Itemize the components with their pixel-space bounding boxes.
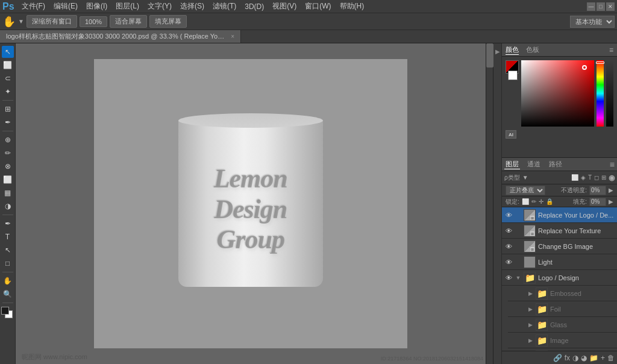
layer-item[interactable]: ▶ 📁 Foil — [508, 301, 617, 317]
filter-pixel-icon[interactable]: ⬜ — [571, 174, 578, 181]
foreground-color-swatch[interactable] — [1, 307, 9, 315]
dodge-tool[interactable]: ◑ — [2, 200, 14, 212]
filter-adjust-icon[interactable]: ◈ — [581, 174, 586, 181]
layer-expand-toggle[interactable]: ▶ — [527, 306, 533, 312]
zoom-level-button[interactable]: 100% — [80, 16, 107, 27]
layer-mask-button[interactable]: ◑ — [572, 354, 578, 362]
lock-pixels-icon[interactable]: ✏ — [531, 198, 536, 205]
filter-type-icon[interactable]: ▼ — [522, 174, 528, 181]
filter-type-t-icon[interactable]: T — [588, 174, 592, 181]
layer-item[interactable]: 👁 ⊞ Replace Your Texture — [502, 223, 617, 239]
menu-help[interactable]: 帮助(H) — [336, 0, 368, 13]
lock-position-icon[interactable]: ✛ — [539, 198, 543, 205]
menu-edit[interactable]: 编辑(E) — [50, 0, 81, 13]
opacity-arrow-icon[interactable]: ▶ — [609, 187, 613, 193]
layer-visibility-eye[interactable] — [516, 321, 525, 329]
minimize-button[interactable]: — — [587, 2, 595, 11]
filter-shape-icon[interactable]: ◻ — [594, 174, 599, 181]
layer-item[interactable]: ▶ 📁 Embossed — [508, 286, 617, 301]
eraser-tool[interactable]: ⬜ — [2, 174, 14, 186]
fill-input[interactable] — [589, 198, 606, 206]
layer-item[interactable]: 👁 Light — [502, 254, 617, 270]
menu-filter[interactable]: 滤镜(T) — [209, 0, 240, 13]
layer-visibility-eye[interactable] — [516, 336, 525, 345]
layer-link-button[interactable]: 🔗 — [553, 354, 562, 362]
layer-expand-toggle[interactable]: ▶ — [527, 290, 533, 297]
fill-screen-button[interactable]: 填充屏幕 — [149, 15, 187, 28]
layer-visibility-eye[interactable]: 👁 — [504, 242, 513, 251]
channels-tab[interactable]: 通道 — [526, 160, 542, 169]
bg-color-swatch-small[interactable] — [508, 71, 518, 80]
fit-screen-button[interactable]: 适合屏幕 — [110, 15, 147, 28]
hand-tool[interactable]: ✋ — [2, 275, 14, 287]
layer-item[interactable]: ▶ 📁 Metal — [508, 348, 617, 351]
layer-item[interactable]: 👁 ⊞ Replace Your Logo / De... — [502, 207, 617, 223]
wand-tool[interactable]: ✦ — [2, 86, 14, 98]
alpha-slider[interactable] — [606, 60, 613, 127]
new-adjustment-layer-button[interactable]: ◕ — [581, 354, 587, 362]
lock-all-icon[interactable]: 🔒 — [546, 198, 553, 205]
new-group-button[interactable]: 📁 — [589, 354, 598, 362]
layer-expand-toggle[interactable]: ▶ — [527, 322, 533, 328]
marquee-tool[interactable]: ⬜ — [2, 59, 14, 71]
move-tool[interactable]: ↖ — [2, 46, 14, 58]
layer-item[interactable]: 👁 ▼ 📁 Logo / Design — [502, 270, 617, 286]
document-tab-close[interactable]: × — [231, 33, 234, 40]
filter-smart-icon[interactable]: ⊞ — [601, 174, 606, 181]
menu-select[interactable]: 选择(S) — [177, 0, 208, 13]
paths-tab[interactable]: 路径 — [548, 160, 563, 169]
menu-layer[interactable]: 图层(L) — [112, 0, 143, 13]
brush-tool[interactable]: ✏ — [2, 147, 14, 159]
menu-window[interactable]: 窗口(W) — [301, 0, 334, 13]
eyedropper-tool[interactable]: ✒ — [2, 116, 14, 128]
opacity-input[interactable] — [589, 186, 606, 195]
layer-visibility-eye[interactable]: 👁 — [504, 258, 513, 266]
gradient-tool[interactable]: ▦ — [2, 187, 14, 199]
color-panel-header[interactable]: 颜色 色板 ≡ — [502, 43, 617, 57]
healing-brush-tool[interactable]: ⊕ — [2, 134, 14, 146]
crop-tool[interactable]: ⊞ — [2, 103, 14, 115]
collapse-arrow-icon[interactable]: ▶ — [494, 48, 501, 55]
layer-fx-button[interactable]: fx — [565, 354, 570, 362]
show-all-windows-button[interactable]: 深缩所有窗口 — [27, 15, 77, 28]
layer-visibility-eye[interactable]: 👁 — [504, 211, 513, 219]
hue-slider[interactable] — [597, 60, 604, 127]
document-tab[interactable]: logo样机标志贴图智能对象30300 3000 2000.psd @ 33.3… — [0, 30, 241, 43]
shape-tool[interactable]: □ — [2, 257, 14, 269]
clone-stamp-tool[interactable]: ⊗ — [2, 160, 14, 172]
blend-mode-dropdown[interactable]: 正片叠底 — [506, 186, 545, 195]
layer-visibility-eye[interactable] — [516, 289, 525, 298]
pen-tool[interactable]: ✒ — [2, 218, 14, 230]
lasso-tool[interactable]: ⊂ — [2, 72, 14, 84]
menu-view[interactable]: 视图(V) — [269, 0, 300, 13]
workspace-dropdown[interactable]: 基本功能 — [570, 16, 615, 28]
layers-panel-menu-icon[interactable]: ≡ — [610, 160, 615, 169]
layer-visibility-eye[interactable]: 👁 — [504, 274, 513, 282]
canvas-scrollbar-vertical[interactable] — [486, 43, 493, 364]
color-tab[interactable]: 颜色 — [506, 45, 519, 55]
color-panel-menu-icon[interactable]: ≡ — [609, 46, 613, 54]
zoom-tool[interactable]: 🔍 — [2, 288, 14, 300]
path-select-tool[interactable]: ↖ — [2, 244, 14, 256]
maximize-button[interactable]: □ — [597, 2, 605, 11]
new-layer-button[interactable]: + — [601, 354, 605, 362]
layer-item[interactable]: 👁 ⊞ Change BG Image — [502, 239, 617, 254]
layer-expand-toggle[interactable]: ▼ — [515, 275, 521, 281]
menu-file[interactable]: 文件(F) — [18, 0, 49, 13]
color-saturation-brightness-picker[interactable] — [521, 60, 594, 127]
layer-item[interactable]: ▶ 📁 Glass — [508, 317, 617, 333]
lock-transparency-icon[interactable]: ⬜ — [522, 198, 529, 205]
layer-visibility-eye[interactable] — [516, 305, 525, 313]
menu-3d[interactable]: 3D(D) — [241, 1, 268, 12]
layers-tab[interactable]: 图层 — [504, 160, 520, 169]
scrollbar-thumb[interactable] — [486, 43, 493, 67]
swatches-tab[interactable]: 色板 — [526, 45, 539, 55]
hand-tool-icon[interactable]: ✋ — [2, 15, 16, 28]
menu-image[interactable]: 图像(I) — [83, 0, 111, 13]
layer-expand-toggle[interactable]: ▶ — [527, 337, 533, 344]
layer-visibility-eye[interactable]: 👁 — [504, 227, 513, 235]
close-button[interactable]: ✕ — [606, 2, 615, 11]
filter-toggle-icon[interactable]: ◉ — [609, 174, 615, 182]
delete-layer-button[interactable]: 🗑 — [607, 354, 615, 362]
menu-text[interactable]: 文字(Y) — [144, 0, 175, 13]
